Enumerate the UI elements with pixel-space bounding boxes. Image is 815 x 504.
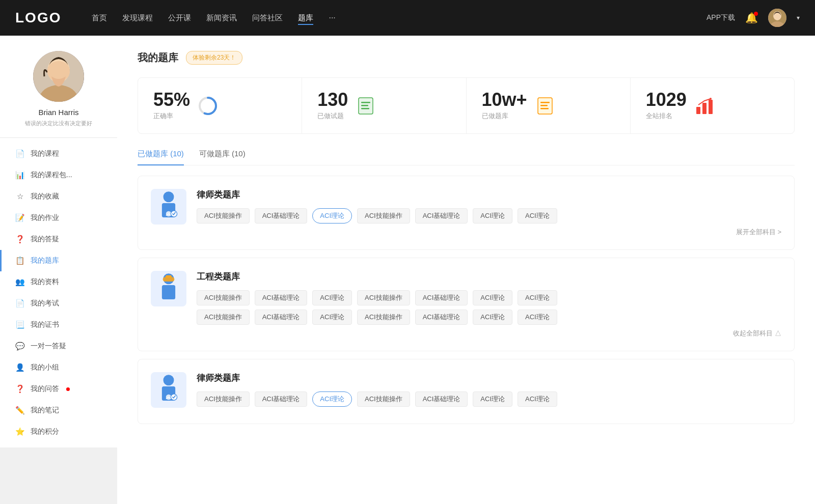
svg-rect-19: [696, 107, 700, 114]
user-dropdown-arrow[interactable]: ▾: [797, 14, 800, 21]
tag-item[interactable]: ACI理论: [518, 290, 557, 305]
notification-badge: [754, 12, 758, 16]
tab-done-banks[interactable]: 已做题库 (10): [138, 149, 184, 165]
tag-item[interactable]: ACI基础理论: [415, 310, 468, 325]
nav-more[interactable]: ···: [329, 11, 335, 25]
collapse-all-link[interactable]: 收起全部科目 △: [197, 329, 781, 338]
qbank-card-2-title: 工程类题库: [197, 271, 781, 283]
tag-item[interactable]: ACI基础理论: [255, 290, 308, 305]
tabs-row: 已做题库 (10) 可做题库 (10): [138, 149, 795, 165]
qbank-card-1-tags: ACI技能操作 ACI基础理论 ACI理论 ACI技能操作 ACI基础理论 AC…: [197, 208, 781, 223]
avatar[interactable]: [768, 9, 786, 27]
page-header: 我的题库 体验剩余23天！: [138, 51, 795, 65]
svg-rect-13: [361, 108, 369, 109]
tag-item[interactable]: ACI理论: [312, 310, 352, 325]
qbank-card-3-body: 律师类题库 ACI技能操作 ACI基础理论 ACI理论 ACI技能操作 ACI基…: [197, 372, 781, 411]
sidebar-item-homework[interactable]: 📝 我的作业: [0, 207, 117, 229]
sidebar-item-groups[interactable]: 👤 我的小组: [0, 357, 117, 378]
tag-item[interactable]: ACI基础理论: [255, 208, 308, 223]
svg-rect-20: [702, 103, 707, 114]
profile-motto: 错误的决定比没有决定要好: [25, 120, 92, 127]
nav-discover[interactable]: 发现课程: [122, 11, 153, 25]
sidebar-item-one-on-one[interactable]: 💬 一对一答疑: [0, 335, 117, 357]
sidebar-menu: 📄 我的课程 📊 我的课程包... ☆ 我的收藏 📝 我的作业 ❓ 我的答疑 📋: [0, 138, 117, 447]
stats-row: 55% 正确率 130 已做试题: [138, 77, 795, 134]
tag-item[interactable]: ACI基础理论: [415, 290, 468, 305]
nav-qa[interactable]: 问答社区: [252, 11, 283, 25]
svg-point-22: [710, 98, 712, 100]
stat-ranking: 1029 全站排名: [631, 78, 794, 133]
sidebar-item-points[interactable]: ⭐ 我的积分: [0, 421, 117, 442]
homework-icon: 📝: [15, 213, 24, 222]
tag-item[interactable]: ACI理论: [473, 391, 512, 407]
qbank-card-1-body: 律师类题库 ACI技能操作 ACI基础理论 ACI理论 ACI技能操作 ACI基…: [197, 189, 781, 237]
sidebar-item-qa[interactable]: ❓ 我的答疑: [0, 229, 117, 250]
questions-badge: [66, 387, 70, 391]
qbank-card-1-title: 律师类题库: [197, 189, 781, 201]
tag-item[interactable]: ACI技能操作: [357, 391, 410, 407]
app-download-button[interactable]: APP下载: [707, 13, 735, 22]
svg-rect-28: [162, 285, 175, 299]
tag-item[interactable]: ACI技能操作: [357, 290, 410, 305]
tag-item[interactable]: ACI基础理论: [415, 391, 468, 407]
qbank-card-3-title: 律师类题库: [197, 372, 781, 384]
tag-item[interactable]: ACI技能操作: [197, 208, 250, 223]
nav-qbank[interactable]: 题库: [298, 11, 313, 25]
tag-item[interactable]: ACI技能操作: [357, 310, 410, 325]
tag-item[interactable]: ACI技能操作: [197, 290, 250, 305]
tag-item[interactable]: ACI理论: [518, 310, 557, 325]
sidebar-item-courses[interactable]: 📄 我的课程: [0, 143, 117, 164]
stat-done-questions: 130 已做试题: [302, 78, 466, 133]
tag-item[interactable]: ACI理论: [473, 290, 512, 305]
trial-badge: 体验剩余23天！: [186, 51, 242, 65]
stat-ranking-icon: [694, 96, 715, 116]
questions-icon: ❓: [15, 384, 24, 394]
tag-item[interactable]: ACI技能操作: [357, 208, 410, 223]
svg-point-31: [164, 375, 174, 385]
tag-item[interactable]: ACI理论: [473, 310, 512, 325]
tag-item[interactable]: ACI理论: [473, 208, 512, 223]
sidebar-item-course-packages[interactable]: 📊 我的课程包...: [0, 164, 117, 186]
expand-all-link[interactable]: 展开全部科目 >: [197, 228, 781, 237]
notification-bell-icon[interactable]: 🔔: [745, 12, 758, 24]
sidebar-item-certificates[interactable]: 📃 我的证书: [0, 314, 117, 335]
svg-rect-16: [540, 102, 550, 103]
stat-done-banks-icon: [535, 96, 555, 116]
tag-item[interactable]: ACI基础理论: [255, 310, 308, 325]
tag-item[interactable]: ACI基础理论: [255, 391, 308, 407]
navbar: LOGO 首页 发现课程 公开课 新闻资讯 问答社区 题库 ··· APP下载 …: [0, 0, 815, 36]
tag-item-active[interactable]: ACI理论: [312, 391, 352, 407]
points-icon: ⭐: [15, 427, 24, 436]
tab-available-banks[interactable]: 可做题库 (10): [199, 149, 246, 165]
stat-accuracy-value: 55%: [153, 91, 190, 109]
tag-item-active[interactable]: ACI理论: [312, 208, 352, 223]
main-layout: Brian Harris 错误的决定比没有决定要好 📄 我的课程 📊 我的课程包…: [0, 36, 815, 504]
qbank-card-lawyer-2: 律师类题库 ACI技能操作 ACI基础理论 ACI理论 ACI技能操作 ACI基…: [138, 359, 795, 424]
tag-item[interactable]: ACI理论: [312, 290, 352, 305]
nav-home[interactable]: 首页: [92, 11, 107, 25]
tag-item[interactable]: ACI基础理论: [415, 208, 468, 223]
one-on-one-icon: 💬: [15, 342, 24, 351]
sidebar-item-profile[interactable]: 👥 我的资料: [0, 271, 117, 293]
profile-avatar: [33, 51, 84, 102]
nav-news[interactable]: 新闻资讯: [206, 11, 237, 25]
groups-icon: 👤: [15, 363, 24, 372]
qbank-card-3-tags: ACI技能操作 ACI基础理论 ACI理论 ACI技能操作 ACI基础理论 AC…: [197, 391, 781, 407]
sidebar-item-qbank[interactable]: 📋 我的题库: [0, 250, 117, 271]
main-content: 我的题库 体验剩余23天！ 55% 正确率: [117, 36, 815, 504]
qbank-card-lawyer-1: 律师类题库 ACI技能操作 ACI基础理论 ACI理论 ACI技能操作 ACI基…: [138, 176, 795, 250]
tag-item[interactable]: ACI技能操作: [197, 391, 250, 407]
sidebar-item-exams[interactable]: 📄 我的考试: [0, 293, 117, 314]
svg-rect-21: [709, 100, 713, 114]
tag-item[interactable]: ACI理论: [518, 391, 557, 407]
tag-item[interactable]: ACI技能操作: [197, 310, 250, 325]
stat-done-banks-label: 已做题库: [482, 111, 527, 121]
page-title: 我的题库: [138, 51, 178, 65]
nav-opencourse[interactable]: 公开课: [168, 11, 191, 25]
sidebar-item-questions[interactable]: ❓ 我的问答: [0, 378, 117, 400]
sidebar-item-favorites[interactable]: ☆ 我的收藏: [0, 186, 117, 207]
tag-item[interactable]: ACI理论: [518, 208, 557, 223]
sidebar-item-notes[interactable]: ✏️ 我的笔记: [0, 400, 117, 421]
navbar-right: APP下载 🔔 ▾: [707, 9, 800, 27]
stat-ranking-value: 1029: [646, 91, 687, 109]
